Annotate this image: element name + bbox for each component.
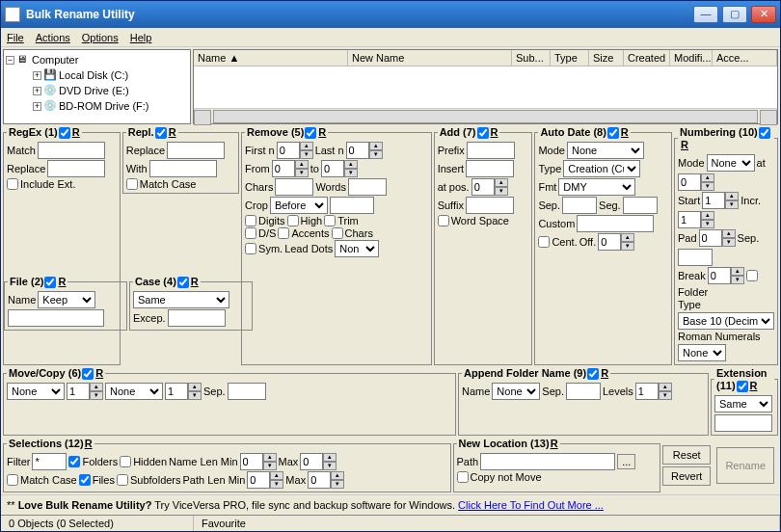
expand-icon[interactable]: + <box>33 102 41 111</box>
movecopy-n1[interactable] <box>67 383 90 400</box>
selections-pathlenmax[interactable] <box>308 471 331 489</box>
maximize-button[interactable]: ▢ <box>722 6 747 23</box>
autodate-enable[interactable] <box>607 127 619 139</box>
remove-firstn[interactable] <box>277 142 300 159</box>
remove-chars[interactable] <box>275 178 313 196</box>
autodate-mode[interactable]: None <box>567 142 644 159</box>
col-sub[interactable]: Sub... <box>512 50 551 66</box>
autodate-custom[interactable] <box>577 215 654 232</box>
selections-pathlenmin[interactable] <box>247 471 270 489</box>
movecopy-reset[interactable]: R <box>95 367 103 379</box>
appendfolder-name[interactable]: None <box>492 383 540 400</box>
col-size[interactable]: Size <box>589 50 624 66</box>
remove-sym[interactable] <box>245 243 256 254</box>
remove-leaddots[interactable]: Non <box>335 240 379 257</box>
movecopy-part2[interactable]: None <box>105 383 163 400</box>
numbering-sep[interactable] <box>678 249 713 266</box>
repl-replace-input[interactable] <box>167 142 225 159</box>
tree-root[interactable]: Computer <box>32 54 78 66</box>
autodate-off[interactable] <box>598 233 621 251</box>
case-excep[interactable] <box>168 309 226 327</box>
autodate-fmt[interactable]: DMY <box>558 178 635 196</box>
extension-select[interactable]: Same <box>714 395 772 412</box>
movecopy-part1[interactable]: None <box>7 383 65 400</box>
newlocation-path[interactable] <box>480 453 615 470</box>
remove-accents[interactable] <box>278 227 289 239</box>
appendfolder-levels[interactable] <box>635 383 659 400</box>
add-wordspace[interactable] <box>438 215 449 226</box>
remove-ds[interactable] <box>245 227 256 239</box>
selections-files[interactable] <box>79 474 91 486</box>
menu-help[interactable]: Help <box>130 32 152 43</box>
regex-reset[interactable]: R <box>72 126 80 138</box>
repl-enable[interactable] <box>155 127 167 139</box>
case-reset[interactable]: R <box>191 276 199 287</box>
appendfolder-sep[interactable] <box>566 383 601 400</box>
numbering-roman[interactable]: None <box>678 344 726 361</box>
selections-folders[interactable] <box>68 456 80 467</box>
repl-reset[interactable]: R <box>169 126 176 138</box>
remove-digits[interactable] <box>245 215 256 226</box>
expand-icon[interactable]: + <box>33 87 41 95</box>
expand-icon[interactable]: − <box>6 56 14 65</box>
remove-trim[interactable] <box>324 215 336 226</box>
repl-with-input[interactable] <box>149 160 217 177</box>
file-custom[interactable] <box>8 309 104 327</box>
remove-words[interactable] <box>348 178 387 196</box>
remove-to[interactable] <box>321 160 344 177</box>
extension-enable[interactable] <box>737 381 748 392</box>
menu-file[interactable]: File <box>7 32 24 43</box>
footer-link[interactable]: Click Here To Find Out More ... <box>458 499 604 511</box>
numbering-break[interactable] <box>708 267 731 284</box>
selections-subfolders[interactable] <box>117 474 128 486</box>
add-reset[interactable]: R <box>491 126 498 138</box>
remove-from[interactable] <box>272 160 295 177</box>
movecopy-sep[interactable] <box>228 383 266 400</box>
movecopy-enable[interactable] <box>82 368 94 380</box>
file-enable[interactable] <box>44 277 56 288</box>
revert-button[interactable]: Revert <box>662 466 711 486</box>
newlocation-copynotmove[interactable] <box>457 471 469 483</box>
extension-reset[interactable]: R <box>750 380 758 391</box>
remove-lastn[interactable] <box>346 142 369 159</box>
autodate-seg[interactable] <box>623 197 658 214</box>
remove-chars2[interactable] <box>332 227 343 239</box>
col-accessed[interactable]: Acce... <box>713 50 777 66</box>
list-body[interactable] <box>194 66 777 108</box>
file-name[interactable]: Keep <box>38 291 95 308</box>
tree-item[interactable]: Local Disk (C:) <box>59 69 128 81</box>
col-created[interactable]: Created <box>624 50 670 66</box>
file-list[interactable]: Name ▲ New Name Sub... Type Size Created… <box>193 49 778 124</box>
numbering-incr[interactable] <box>678 211 701 228</box>
regex-replace-input[interactable] <box>47 160 105 177</box>
close-button[interactable]: ✕ <box>751 6 776 23</box>
numbering-start[interactable] <box>702 192 725 209</box>
menu-actions[interactable]: Actions <box>36 32 70 43</box>
selections-hidden[interactable] <box>120 456 131 467</box>
case-enable[interactable] <box>177 277 189 288</box>
remove-cropval[interactable] <box>330 197 374 214</box>
newlocation-reset[interactable]: R <box>551 438 558 449</box>
remove-high[interactable] <box>287 215 299 226</box>
numbering-type[interactable]: Base 10 (Decimal) <box>678 312 774 330</box>
add-prefix[interactable] <box>467 142 515 159</box>
selections-filter[interactable] <box>32 453 67 470</box>
selections-matchcase[interactable] <box>7 474 18 486</box>
movecopy-n2[interactable] <box>165 383 188 400</box>
remove-reset[interactable]: R <box>318 126 326 138</box>
expand-icon[interactable]: + <box>33 71 41 80</box>
regex-include-ext[interactable] <box>7 178 18 190</box>
numbering-mode[interactable]: None <box>707 154 755 172</box>
numbering-enable[interactable] <box>759 127 770 139</box>
remove-enable[interactable] <box>305 127 316 139</box>
browse-button[interactable]: ... <box>617 454 635 469</box>
tree-item[interactable]: DVD Drive (E:) <box>59 85 129 96</box>
col-modified[interactable]: Modifi... <box>670 50 713 66</box>
spin-down[interactable]: ▾ <box>300 150 313 159</box>
case-select[interactable]: Same <box>133 291 229 308</box>
add-pos[interactable] <box>471 178 495 196</box>
horizontal-scrollbar[interactable] <box>194 108 777 123</box>
add-enable[interactable] <box>477 127 489 139</box>
file-reset[interactable]: R <box>58 276 66 287</box>
autodate-cent[interactable] <box>538 236 550 248</box>
